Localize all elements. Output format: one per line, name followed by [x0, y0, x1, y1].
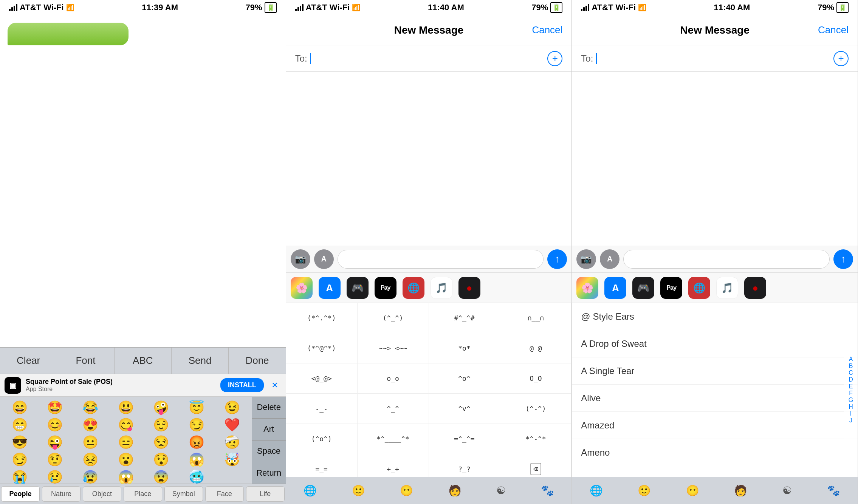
apps-button-3[interactable]: A	[600, 249, 619, 269]
message-input-3[interactable]	[623, 250, 830, 269]
list-item[interactable]: ^v^	[429, 394, 500, 424]
list-item[interactable]: 😡	[179, 434, 214, 450]
add-recipient-button-3[interactable]: +	[833, 51, 849, 66]
tab-people[interactable]: People	[1, 486, 40, 502]
photos-app-icon-2[interactable]: 🌸	[291, 277, 313, 299]
tab-life[interactable]: Life	[246, 486, 285, 502]
list-item[interactable]: ∩__∩	[500, 303, 571, 333]
tab-object[interactable]: Object	[83, 486, 121, 502]
more-apps-icon-2[interactable]: ●	[458, 277, 480, 299]
list-item[interactable]: 😊	[38, 416, 73, 433]
face-kb-button-3[interactable]: 😶	[686, 484, 699, 497]
paw-kb-button-2[interactable]: 🐾	[541, 484, 554, 497]
list-item[interactable]: =_=	[286, 454, 358, 477]
music-icon-2[interactable]: 🎵	[431, 277, 452, 299]
gamecontroller-icon-2[interactable]: 🎮	[347, 277, 369, 299]
list-item[interactable]: o_o	[358, 363, 429, 394]
ad-install-button[interactable]: INSTALL	[220, 378, 264, 392]
photos-app-icon-3[interactable]: 🌸	[576, 277, 598, 299]
list-item[interactable]: 😮	[108, 451, 143, 468]
globe-kb-button-3[interactable]: 🌐	[590, 484, 603, 497]
tab-nature[interactable]: Nature	[42, 486, 81, 502]
yinyang-kb-button-2[interactable]: ☯	[496, 484, 506, 497]
music-icon-3[interactable]: 🎵	[716, 277, 738, 299]
list-item[interactable]: 😑	[108, 434, 143, 450]
list-item[interactable]: (^-^)	[500, 394, 571, 424]
tab-symbol[interactable]: Symbol	[164, 486, 203, 502]
index-letter-j[interactable]: J	[849, 417, 852, 424]
list-item[interactable]: =^_^=	[429, 424, 500, 454]
list-item[interactable]: ~~>_<~~	[358, 333, 429, 363]
list-item[interactable]: 😃	[108, 399, 143, 416]
index-letter-i[interactable]: I	[850, 411, 852, 417]
list-item[interactable]: 😱	[179, 451, 214, 468]
tab-place[interactable]: Place	[124, 486, 162, 502]
list-item[interactable]: 🤨	[38, 451, 73, 468]
globe-kb-button-2[interactable]: 🌐	[304, 484, 317, 497]
globe-icon-3[interactable]: 🌐	[688, 277, 710, 299]
index-letter-e[interactable]: E	[849, 383, 853, 390]
list-item[interactable]: 🤩	[38, 399, 73, 416]
camera-button-2[interactable]: 📷	[291, 249, 310, 269]
list-item[interactable]: (*^.^*)	[286, 303, 358, 333]
list-item[interactable]: ?_?	[429, 454, 500, 477]
person-kb-button-2[interactable]: 🧑	[448, 484, 462, 497]
list-item[interactable]: 😋	[108, 416, 143, 433]
list-item[interactable]: (^o^)	[286, 424, 358, 454]
index-letter-d[interactable]: D	[849, 377, 853, 383]
tab-face[interactable]: Face	[205, 486, 244, 502]
face-kb-button-2[interactable]: 😶	[400, 484, 413, 497]
yinyang-kb-button-3[interactable]: ☯	[782, 484, 792, 497]
index-letter-g[interactable]: G	[849, 397, 853, 403]
list-item[interactable]: Amazed	[572, 412, 858, 439]
delete-button[interactable]: Delete	[252, 397, 286, 419]
list-item[interactable]: 😜	[38, 434, 73, 450]
list-item[interactable]: 😐	[73, 434, 108, 450]
list-item[interactable]: 😁	[2, 416, 37, 433]
list-item[interactable]: *^____^*	[358, 424, 429, 454]
applepay-icon-3[interactable]: Pay	[660, 277, 682, 299]
list-item[interactable]: Alive	[572, 385, 858, 412]
list-item[interactable]: ^o^	[429, 363, 500, 394]
list-item[interactable]: 😍	[73, 416, 108, 433]
list-item[interactable]: 😰	[73, 468, 108, 484]
ad-close-icon[interactable]: ✕	[268, 380, 281, 390]
person-kb-button-3[interactable]: 🧑	[734, 484, 747, 497]
list-item[interactable]: O_O	[500, 363, 571, 394]
index-letter-b[interactable]: B	[849, 363, 853, 369]
index-letter-c[interactable]: C	[849, 370, 853, 376]
list-item[interactable]: 😇	[179, 399, 214, 416]
camera-button-3[interactable]: 📷	[576, 249, 596, 269]
list-item[interactable]: 😭	[2, 468, 37, 484]
list-item[interactable]: 😉	[215, 399, 249, 416]
list-item[interactable]: *^-^*	[500, 424, 571, 454]
list-item[interactable]: 🤕	[215, 434, 249, 450]
list-item[interactable]: 🤯	[215, 451, 249, 468]
list-item[interactable]: @_@	[500, 333, 571, 363]
cancel-button-2[interactable]: Cancel	[532, 24, 562, 36]
list-item[interactable]: +_+	[358, 454, 429, 477]
emoji-kb-button-3[interactable]: 🙂	[638, 484, 651, 497]
list-item[interactable]: (*^@^*)	[286, 333, 358, 363]
done-button[interactable]: Done	[229, 348, 285, 374]
paw-kb-button-3[interactable]: 🐾	[827, 484, 840, 497]
list-item[interactable]: ^_^	[358, 394, 429, 424]
list-item[interactable]: 😯	[144, 451, 179, 468]
index-letter-f[interactable]: F	[849, 390, 853, 396]
index-letter-a[interactable]: A	[849, 356, 853, 362]
emoji-kb-button-2[interactable]: 🙂	[352, 484, 365, 497]
list-item[interactable]: 😣	[73, 451, 108, 468]
return-button[interactable]: Return	[252, 462, 286, 484]
message-input-2[interactable]	[338, 250, 544, 269]
more-apps-icon-3[interactable]: ●	[744, 277, 766, 299]
send-button-3[interactable]: ↑	[833, 249, 853, 269]
appstore-icon-2[interactable]: A	[319, 277, 341, 299]
list-item[interactable]: A Single Tear	[572, 357, 858, 385]
list-item[interactable]: 😏	[179, 416, 214, 433]
list-item[interactable]: 😂	[73, 399, 108, 416]
list-item[interactable]: A Drop of Sweat	[572, 330, 858, 357]
index-letter-h[interactable]: H	[849, 404, 853, 410]
list-item[interactable]: (^_^)	[358, 303, 429, 333]
send-button[interactable]: Send	[172, 348, 229, 374]
send-button-2[interactable]: ↑	[547, 249, 567, 269]
